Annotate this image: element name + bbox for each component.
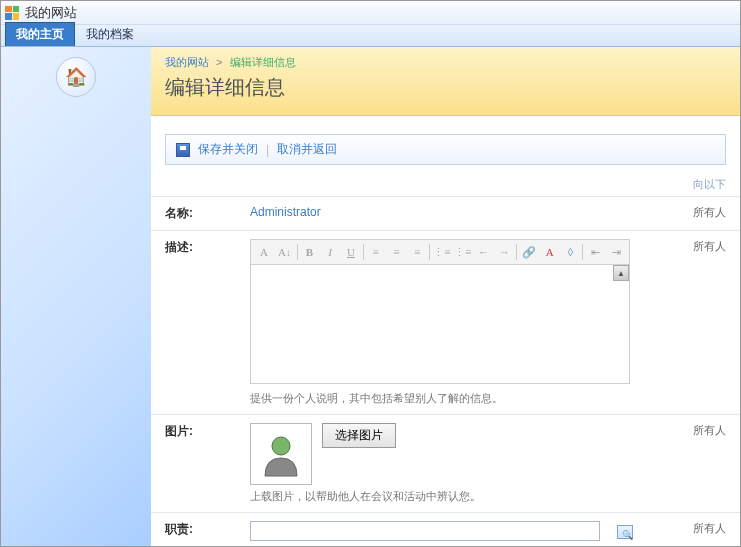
rte-outdent-icon[interactable]: ←: [475, 243, 493, 261]
app-title: 我的网站: [25, 4, 77, 22]
scroll-hint: 向以下: [151, 175, 740, 192]
rte-separator: [582, 244, 583, 260]
duty-label: 职责:: [165, 521, 250, 538]
rte-underline-icon[interactable]: U: [342, 243, 360, 261]
pic-visibility[interactable]: 所有人: [676, 423, 726, 438]
pic-label: 图片:: [165, 423, 250, 440]
tab-bar: 我的主页 我的档案: [1, 25, 740, 47]
rte-fontsize-icon[interactable]: A↓: [276, 243, 294, 261]
page-title: 编辑详细信息: [165, 74, 726, 101]
save-close-button[interactable]: 保存并关闭: [198, 141, 258, 158]
name-value[interactable]: Administrator: [250, 205, 321, 219]
row-name: 名称: Administrator 所有人: [151, 196, 740, 230]
description-textarea[interactable]: [250, 264, 630, 384]
rte-list-bullet-icon[interactable]: ⋮≡: [454, 243, 472, 261]
main-layout: 🏠 我的网站 > 编辑详细信息 编辑详细信息 保存并关闭 | 取消并返回 向以下…: [1, 47, 740, 546]
save-icon: [176, 143, 190, 157]
rte-link-icon[interactable]: 🔗: [520, 243, 538, 261]
duty-help-text: 包括与当前项目、任务或作业说明相关的信息。: [250, 545, 676, 546]
rte-separator: [429, 244, 430, 260]
rte-separator: [297, 244, 298, 260]
toolbar-divider: |: [266, 143, 269, 157]
picture-thumbnail: [250, 423, 312, 485]
desc-visibility[interactable]: 所有人: [676, 239, 726, 254]
content-area: 我的网站 > 编辑详细信息 编辑详细信息 保存并关闭 | 取消并返回 向以下 名…: [151, 47, 740, 546]
row-description: 描述: A A↓ B I U ≡ ≡ ≡ ⋮≡: [151, 230, 740, 414]
rte-align-right-icon[interactable]: ≡: [408, 243, 426, 261]
name-label: 名称:: [165, 205, 250, 222]
page-banner: 我的网站 > 编辑详细信息 编辑详细信息: [151, 47, 740, 116]
action-toolbar: 保存并关闭 | 取消并返回: [165, 134, 726, 165]
desc-label: 描述:: [165, 239, 250, 256]
rte-ltr-icon[interactable]: ⇤: [586, 243, 604, 261]
row-picture: 图片: 选择图片 上载图片，以帮助他人在会议和活动中辨认您。 所有人: [151, 414, 740, 512]
rte-align-center-icon[interactable]: ≡: [388, 243, 406, 261]
breadcrumb-current: 编辑详细信息: [230, 56, 296, 68]
rte-bold-icon[interactable]: B: [301, 243, 319, 261]
breadcrumb-root-link[interactable]: 我的网站: [165, 56, 209, 68]
breadcrumb-separator: >: [216, 56, 222, 68]
tab-my-profile[interactable]: 我的档案: [75, 22, 145, 46]
scrollbar-up-icon[interactable]: ▲: [613, 265, 629, 281]
rte-list-num-icon[interactable]: ⋮≡: [433, 243, 451, 261]
rte-italic-icon[interactable]: I: [321, 243, 339, 261]
desc-help-text: 提供一份个人说明，其中包括希望别人了解的信息。: [250, 391, 676, 406]
rte-indent-icon[interactable]: →: [495, 243, 513, 261]
rte-separator: [363, 244, 364, 260]
choose-picture-button[interactable]: 选择图片: [322, 423, 396, 448]
breadcrumb: 我的网站 > 编辑详细信息: [165, 55, 726, 70]
pic-help-text: 上载图片，以帮助他人在会议和活动中辨认您。: [250, 489, 676, 504]
name-visibility[interactable]: 所有人: [676, 205, 726, 220]
tab-my-home[interactable]: 我的主页: [5, 22, 75, 46]
sidebar: 🏠: [1, 47, 151, 546]
rte-font-icon[interactable]: A: [255, 243, 273, 261]
row-duty: 职责: 包括与当前项目、任务或作业说明相关的信息。 所有人: [151, 512, 740, 546]
rte-separator: [516, 244, 517, 260]
rte-bgcolor-icon[interactable]: ◊: [562, 243, 580, 261]
cancel-return-button[interactable]: 取消并返回: [277, 141, 337, 158]
rte-textcolor-icon[interactable]: A: [541, 243, 559, 261]
duty-input[interactable]: [250, 521, 600, 541]
app-logo-icon: [5, 6, 19, 20]
svg-point-0: [272, 437, 290, 455]
edit-form: 名称: Administrator 所有人 描述: A A↓ B I U ≡: [151, 192, 740, 546]
duty-visibility[interactable]: 所有人: [676, 521, 726, 536]
lookup-icon[interactable]: [617, 525, 633, 539]
rte-rtl-icon[interactable]: ⇥: [607, 243, 625, 261]
rte-align-left-icon[interactable]: ≡: [367, 243, 385, 261]
home-globe-icon[interactable]: 🏠: [56, 57, 96, 97]
avatar-placeholder-icon: [257, 430, 305, 478]
richtext-toolbar: A A↓ B I U ≡ ≡ ≡ ⋮≡ ⋮≡ ← →: [250, 239, 630, 264]
